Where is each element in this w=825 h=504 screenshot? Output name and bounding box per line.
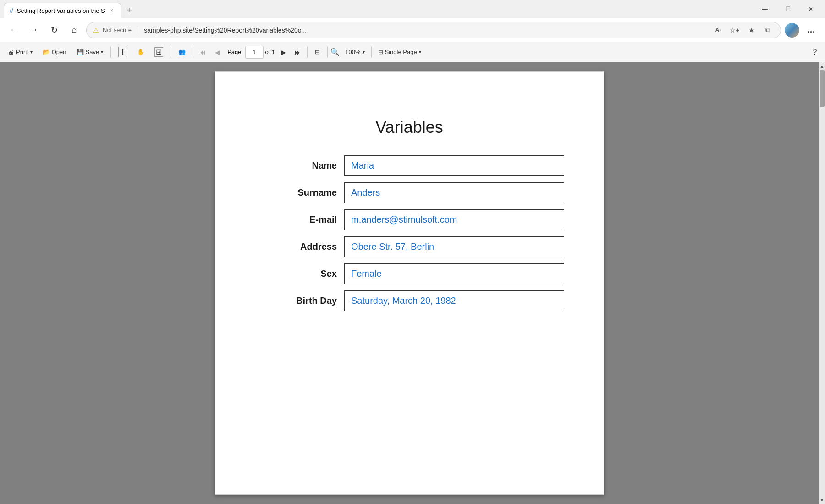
security-label: Not secure <box>103 27 132 33</box>
open-label: Open <box>52 49 66 55</box>
page-label: Page <box>227 49 241 55</box>
tab-close-button[interactable]: × <box>109 6 116 15</box>
separator-5 <box>327 47 328 58</box>
read-aloud-button[interactable]: A♪ <box>712 24 725 37</box>
zoom-dropdown-icon: ▾ <box>363 49 365 55</box>
tab-bar: // Setting Report Variables on the S × + <box>4 0 137 18</box>
field-value: Maria <box>344 155 564 176</box>
text-tool-icon: T <box>118 47 127 57</box>
hand-tool-icon: ✋ <box>137 49 144 55</box>
scroll-track[interactable] <box>819 70 825 496</box>
form-row: Birth DaySaturday, March 20, 1982 <box>242 290 576 311</box>
zoom-area: 🔍 100% ▾ <box>330 47 368 57</box>
security-warning-icon: ⚠ <box>93 27 99 34</box>
print-dropdown-icon: ▾ <box>30 49 33 55</box>
address-text: samples-php.site/Setting%20Report%20vari… <box>144 27 708 34</box>
field-value: Female <box>344 263 564 284</box>
form-fields: NameMariaSurnameAndersE-mailm.anders@sti… <box>242 155 576 311</box>
field-label: E-mail <box>254 214 337 225</box>
form-row: E-mailm.anders@stimulsoft.com <box>242 209 576 230</box>
last-page-button[interactable]: ⏭ <box>292 46 304 59</box>
open-button[interactable]: 📂 Open <box>38 45 71 60</box>
help-button[interactable]: ? <box>808 46 821 59</box>
window-controls: — ❐ ✕ <box>754 2 821 16</box>
first-page-button[interactable]: ⏮ <box>196 46 209 59</box>
zoom-value: 100% <box>345 49 360 55</box>
view-mode-label: Single Page <box>385 49 417 55</box>
hand-tool-button[interactable]: ✋ <box>132 45 149 60</box>
form-row: AddressObere Str. 57, Berlin <box>242 236 576 257</box>
home-button[interactable]: ⌂ <box>66 22 82 38</box>
view-mode-dropdown-icon: ▾ <box>419 49 421 55</box>
address-bar[interactable]: ⚠ Not secure | samples-php.site/Setting%… <box>86 22 781 38</box>
find-icon: 👥 <box>178 49 186 55</box>
close-button[interactable]: ✕ <box>800 2 821 16</box>
save-dropdown-icon: ▾ <box>101 49 103 55</box>
zoom-search-icon: 🔍 <box>330 48 340 56</box>
zoom-dropdown-button[interactable]: 100% ▾ <box>341 47 368 57</box>
page-of-label: of 1 <box>265 49 275 55</box>
field-label: Name <box>254 160 337 171</box>
prev-page-button[interactable]: ◀ <box>211 46 224 59</box>
forward-button[interactable]: → <box>26 22 42 38</box>
restore-button[interactable]: ❐ <box>777 2 798 16</box>
view-mode-icon: ⊟ <box>378 49 383 55</box>
nav-bar: ← → ↻ ⌂ ⚠ Not secure | samples-php.site/… <box>0 18 825 42</box>
pdf-page: Variables NameMariaSurnameAndersE-mailm.… <box>214 71 604 495</box>
form-row: SurnameAnders <box>242 182 576 203</box>
thumbnail-icon: ⊟ <box>315 49 320 55</box>
separator-3 <box>193 47 193 58</box>
new-tab-button[interactable]: + <box>121 3 137 18</box>
table-tool-icon: ⊞ <box>154 47 163 57</box>
tab-icon: // <box>10 7 13 14</box>
text-tool-button[interactable]: T <box>114 45 132 60</box>
separator-6 <box>371 47 372 58</box>
find-tool-button[interactable]: 👥 <box>174 45 190 60</box>
table-tool-button[interactable]: ⊞ <box>150 45 168 60</box>
field-value: Saturday, March 20, 1982 <box>344 290 564 311</box>
favorites-button[interactable]: ★ <box>745 24 758 37</box>
print-icon: 🖨 <box>8 49 14 55</box>
minimize-button[interactable]: — <box>754 2 776 16</box>
page-number-input[interactable] <box>245 46 264 59</box>
open-icon: 📂 <box>43 49 50 55</box>
title-bar: // Setting Report Variables on the S × +… <box>0 0 825 18</box>
reload-button[interactable]: ↻ <box>46 22 62 38</box>
content-area: Variables NameMariaSurnameAndersE-mailm.… <box>0 62 825 504</box>
print-label: Print <box>16 49 28 55</box>
profile-area <box>785 23 799 38</box>
address-separator: | <box>137 27 138 33</box>
save-icon: 💾 <box>77 49 84 55</box>
profile-avatar[interactable] <box>785 23 799 38</box>
report-title: Variables <box>242 118 576 137</box>
vertical-scrollbar: ▲ ▼ <box>819 62 825 504</box>
thumbnail-view-button[interactable]: ⊟ <box>310 45 324 60</box>
field-label: Sex <box>254 268 337 279</box>
scroll-down-button[interactable]: ▼ <box>819 496 825 504</box>
page-navigation: ⏮ ◀ Page of 1 ▶ ⏭ <box>196 46 304 59</box>
view-mode-button[interactable]: ⊟ Single Page ▾ <box>374 47 425 57</box>
active-tab[interactable]: // Setting Report Variables on the S × <box>4 3 121 18</box>
separator-4 <box>307 47 308 58</box>
field-value: Anders <box>344 182 564 203</box>
pdf-toolbar: 🖨 Print ▾ 📂 Open 💾 Save ▾ T ✋ ⊞ 👥 ⏮ ◀ Pa… <box>0 42 825 62</box>
address-action-icons: A♪ ☆+ ★ ⧉ <box>712 24 774 37</box>
form-row: SexFemale <box>242 263 576 284</box>
field-value: m.anders@stimulsoft.com <box>344 209 564 230</box>
field-label: Birth Day <box>254 296 337 306</box>
scroll-thumb[interactable] <box>820 70 825 107</box>
save-button[interactable]: 💾 Save ▾ <box>72 45 108 60</box>
form-row: NameMaria <box>242 155 576 176</box>
collections-button[interactable]: ⧉ <box>761 24 774 37</box>
scroll-up-button[interactable]: ▲ <box>819 62 825 70</box>
add-favorite-button[interactable]: ☆+ <box>728 24 741 37</box>
next-page-button[interactable]: ▶ <box>277 46 290 59</box>
back-button[interactable]: ← <box>6 22 22 38</box>
separator-1 <box>110 47 111 58</box>
more-options-button[interactable]: ... <box>803 22 820 38</box>
print-button[interactable]: 🖨 Print ▾ <box>4 45 37 60</box>
save-label: Save <box>86 49 99 55</box>
field-value: Obere Str. 57, Berlin <box>344 236 564 257</box>
tab-title: Setting Report Variables on the S <box>17 7 105 14</box>
field-label: Address <box>254 241 337 252</box>
